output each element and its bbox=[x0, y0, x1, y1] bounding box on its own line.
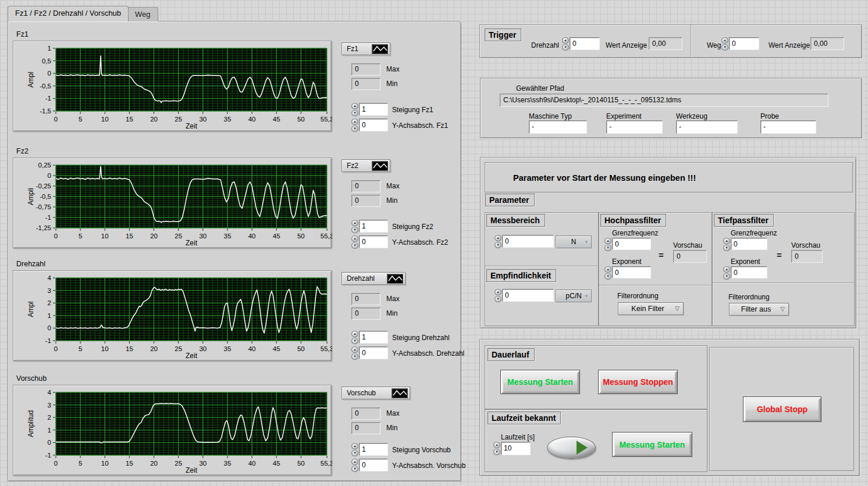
dauerlauf-messung-stoppen-button[interactable]: Messung Stoppen bbox=[598, 370, 678, 394]
steigung-field[interactable]: 1 bbox=[359, 331, 388, 344]
laufzeit-label: Laufzeit [s] bbox=[501, 433, 535, 441]
svg-text:55,3: 55,3 bbox=[321, 345, 332, 352]
svg-text:40: 40 bbox=[248, 345, 256, 352]
y-offset-field[interactable]: 0 bbox=[359, 346, 388, 359]
svg-text:Ampli: Ampli bbox=[27, 188, 35, 205]
run-toggle-button[interactable] bbox=[547, 437, 596, 459]
steigung-spinner[interactable]: ▲▼ bbox=[351, 331, 359, 344]
y-offset-spinner[interactable]: ▲▼ bbox=[351, 459, 359, 472]
svg-text:45: 45 bbox=[273, 345, 280, 352]
min-indicator: 0 bbox=[351, 308, 380, 320]
trigger-drehzahl-spinner[interactable]: ▲▼ bbox=[562, 37, 570, 51]
grenzfrequenz-spinner[interactable]: ▲▼ bbox=[604, 238, 612, 251]
svg-text:25: 25 bbox=[175, 345, 182, 352]
svg-text:35: 35 bbox=[224, 345, 232, 352]
filterordnung-label: Filterordnung bbox=[617, 292, 659, 300]
messbereich-spinner[interactable]: ▲▼ bbox=[495, 235, 502, 248]
exponent-field[interactable]: 0 bbox=[612, 266, 651, 278]
steigung-spinner[interactable]: ▲▼ bbox=[351, 443, 359, 456]
probe-field[interactable]: - bbox=[760, 120, 816, 134]
steigung-spinner[interactable]: ▲▼ bbox=[351, 220, 359, 233]
dauerlauf-frame: Dauerlauf Messung Starten Messung Stoppe… bbox=[485, 345, 707, 409]
messbereich-field[interactable]: 0 bbox=[502, 235, 554, 248]
trigger-weg-spinner[interactable]: ▲▼ bbox=[721, 37, 729, 51]
steigung-field[interactable]: 1 bbox=[359, 220, 388, 233]
pfad-label: Gewählter Pfad bbox=[516, 84, 564, 92]
svg-text:45: 45 bbox=[273, 233, 280, 240]
svg-text:15: 15 bbox=[126, 116, 133, 123]
max-label: Max bbox=[386, 295, 400, 303]
laufzeit-spinner[interactable]: ▲▼ bbox=[493, 442, 501, 455]
fz2-legend-button[interactable]: Fz2 bbox=[341, 159, 390, 172]
chart-panel: 0510152025303540455055,30,250-0,25-0,5-0… bbox=[13, 158, 332, 248]
y-offset-spinner[interactable]: ▲▼ bbox=[351, 119, 359, 132]
y-offset-field[interactable]: 0 bbox=[359, 459, 388, 471]
equals-sign: = bbox=[659, 250, 664, 260]
pfad-display: C:\Users\ssh9si\Desktop\-_20140115_-_-_-… bbox=[500, 94, 828, 107]
max-label: Max bbox=[386, 65, 400, 73]
maschine-typ-field[interactable]: - bbox=[529, 120, 587, 134]
filterordnung-dropdown[interactable]: Kein Filter▽ bbox=[618, 302, 684, 315]
svg-text:Ampl: Ampl bbox=[27, 72, 35, 87]
svg-text:4: 4 bbox=[48, 389, 52, 396]
steigung-field[interactable]: 1 bbox=[359, 103, 388, 116]
global-stopp-button[interactable]: Global Stopp bbox=[743, 396, 821, 422]
trigger-drehzahl-field[interactable]: 0 bbox=[570, 37, 600, 50]
messbereich-unit-dropdown[interactable]: N▼ bbox=[556, 235, 592, 248]
tab-weg[interactable]: Weg bbox=[127, 7, 158, 22]
vorschub-legend-button[interactable]: Vorschub bbox=[341, 387, 410, 399]
waveform-icon bbox=[392, 388, 408, 398]
drehzahl-legend-button[interactable]: Drehzahl bbox=[341, 272, 405, 285]
fz1-legend-button[interactable]: Fz1 bbox=[341, 42, 390, 55]
grenzfrequenz-spinner[interactable]: ▲▼ bbox=[723, 238, 731, 251]
max-indicator: 0 bbox=[351, 63, 380, 76]
empfindlichkeit-spinner[interactable]: ▲▼ bbox=[495, 289, 502, 302]
svg-text:30: 30 bbox=[199, 345, 207, 352]
steigung-label: Steigung Drehzahl bbox=[392, 334, 450, 342]
y-offset-field[interactable]: 0 bbox=[359, 235, 388, 248]
grenzfrequenz-field[interactable]: 0 bbox=[612, 238, 651, 250]
chart-group-vorschub: Vorschub 0510152025303540455055,343210-1… bbox=[8, 374, 467, 486]
laufzeit-bekannt-title: Laufzeit bekannt bbox=[488, 412, 561, 424]
unit-value: pC/N bbox=[565, 292, 581, 300]
max-label: Max bbox=[386, 182, 400, 190]
svg-text:Zeit: Zeit bbox=[186, 352, 198, 360]
exponent-spinner[interactable]: ▲▼ bbox=[604, 266, 612, 280]
chevron-down-icon: ▽ bbox=[675, 305, 680, 312]
grenzfrequenz-field[interactable]: 0 bbox=[731, 238, 767, 250]
steigung-label: Steigung Fz2 bbox=[392, 223, 433, 231]
experiment-field[interactable]: - bbox=[606, 120, 663, 134]
svg-text:Ampl: Ampl bbox=[27, 301, 35, 317]
svg-text:25: 25 bbox=[175, 460, 182, 467]
drehzahl-waveform-chart: 0510152025303540455055,343210-1AmplZeit bbox=[13, 271, 332, 362]
y-offset-spinner[interactable]: ▲▼ bbox=[351, 346, 359, 360]
dauerlauf-messung-starten-button[interactable]: Messung Starten bbox=[500, 370, 580, 394]
exponent-spinner[interactable]: ▲▼ bbox=[723, 266, 731, 280]
werkzeug-field[interactable]: - bbox=[676, 120, 738, 134]
steigung-spinner[interactable]: ▲▼ bbox=[351, 103, 359, 116]
maschine-typ-label: Maschine Typ bbox=[529, 112, 572, 120]
y-offset-field[interactable]: 0 bbox=[359, 119, 388, 131]
svg-text:50: 50 bbox=[297, 116, 305, 123]
svg-text:-0,5: -0,5 bbox=[40, 83, 51, 90]
empfindlichkeit-field[interactable]: 0 bbox=[502, 289, 554, 302]
exponent-field[interactable]: 0 bbox=[731, 266, 767, 278]
svg-text:5: 5 bbox=[79, 460, 82, 467]
pfad-panel: Gewählter Pfad C:\Users\ssh9si\Desktop\-… bbox=[480, 78, 862, 138]
tab-fz1-fz2-drehzahl-vorschub[interactable]: Fz1 / Fz2 / Drehzahl / Vorschub bbox=[8, 6, 129, 22]
laufzeit-field[interactable]: 10 bbox=[501, 442, 531, 455]
empfindlichkeit-unit-dropdown[interactable]: pC/N▼ bbox=[556, 290, 592, 302]
y-offset-spinner[interactable]: ▲▼ bbox=[351, 235, 359, 249]
messung-panel: Dauerlauf Messung Starten Messung Stoppe… bbox=[479, 339, 860, 476]
filterordnung-dropdown[interactable]: Filter aus▽ bbox=[729, 303, 789, 316]
laufzeit-messung-starten-button[interactable]: Messung Starten bbox=[612, 432, 692, 457]
chart-title: Fz2 bbox=[16, 147, 29, 155]
steigung-field[interactable]: 1 bbox=[359, 443, 388, 456]
parameter-message-box: Parameter vor Start der Messung eingeben… bbox=[485, 162, 853, 192]
svg-text:5: 5 bbox=[79, 116, 82, 123]
svg-text:-1,5: -1,5 bbox=[40, 108, 51, 115]
svg-text:-0,25: -0,25 bbox=[36, 183, 51, 190]
min-indicator: 0 bbox=[351, 422, 380, 434]
parameter-message: Parameter vor Start der Messung eingeben… bbox=[513, 173, 696, 183]
trigger-weg-field[interactable]: 0 bbox=[729, 37, 759, 50]
